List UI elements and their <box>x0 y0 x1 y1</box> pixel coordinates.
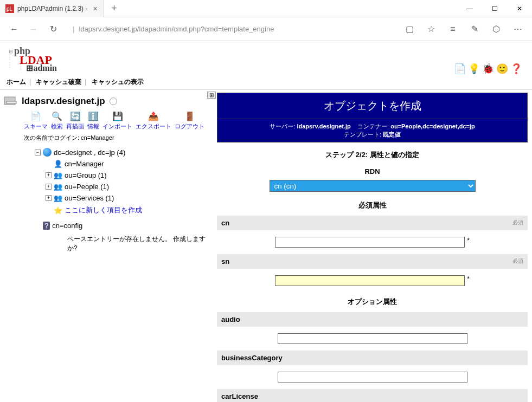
home-link[interactable]: ホーム <box>7 78 26 86</box>
window-controls: — ☐ ✕ <box>457 0 532 17</box>
server-title: ldapsrv.designet.jp <box>3 94 214 109</box>
server-icon <box>3 96 18 107</box>
favorite-icon[interactable]: ☆ <box>421 20 441 39</box>
svg-text:⊞admin: ⊞admin <box>26 63 57 72</box>
logout-button[interactable]: 🚪ログアウト <box>175 111 204 131</box>
refresh-button-sb[interactable]: 🔄再描画 <box>66 111 84 131</box>
page-title: オブジェクトを作成 <box>217 93 528 119</box>
tree-config[interactable]: ? cn=config <box>35 220 214 231</box>
minimize-button[interactable]: — <box>457 0 482 17</box>
close-button[interactable]: ✕ <box>507 0 532 17</box>
page-subtitle: サーバー: ldapsrv.designet.jp コンテナー: ou=Peop… <box>217 119 528 142</box>
cn-input[interactable] <box>275 237 465 248</box>
show-link[interactable]: キャッシュの表示 <box>92 78 144 86</box>
menu-icon[interactable]: ⋯ <box>508 20 528 39</box>
share-icon[interactable]: ⬡ <box>486 20 506 39</box>
tree-services[interactable]: + 👥 ou=Services (1) <box>35 192 214 204</box>
expand-icon[interactable]: + <box>46 195 52 201</box>
optional-section-label: オプション属性 <box>217 290 528 310</box>
svg-text:pL: pL <box>7 6 13 12</box>
import-button[interactable]: 💾インポート <box>102 111 132 131</box>
businesscategory-input[interactable] <box>278 372 467 382</box>
star-icon: ⭐ <box>54 206 62 215</box>
expand-sidebar-button[interactable]: ⊞ <box>207 92 216 99</box>
tree-root[interactable]: − dc=designet , dc=jp (4) <box>35 146 214 158</box>
new-tab-button[interactable]: + <box>104 3 125 14</box>
no-entry-prompt[interactable]: ベースエントリーが存在しません。 作成しますか? <box>3 231 214 253</box>
url-bar[interactable]: |ldapsrv.designet.jp/ldapadmin/cmd.php?c… <box>68 22 394 37</box>
back-button[interactable]: ← <box>4 20 24 39</box>
main-panel: オブジェクトを作成 サーバー: ldapsrv.designet.jp コンテナ… <box>217 90 532 402</box>
close-icon[interactable]: × <box>93 4 97 13</box>
expand-icon[interactable]: + <box>46 184 52 190</box>
sidebar: ⊞ ldapsrv.designet.jp 📄スキーマ 🔍検索 🔄再描画 ℹ️情… <box>0 90 217 402</box>
globe-icon <box>43 148 52 157</box>
login-info: 次の名前でログイン: cn=Manager <box>3 133 214 143</box>
ldap-tree: − dc=designet , dc=jp (4) 👤 cn=Manager +… <box>3 143 214 231</box>
attr-audio-header: audio <box>217 312 528 327</box>
sn-input[interactable] <box>275 275 465 286</box>
tree-group[interactable]: + 👥 ou=Group (1) <box>35 170 214 181</box>
step-label: ステップ 2/2: 属性と値の指定 <box>217 142 528 165</box>
person-icon: 👤 <box>54 160 62 168</box>
svg-rect-9 <box>7 101 16 103</box>
purge-link[interactable]: キャッシュ破棄 <box>36 78 81 86</box>
smile-icon[interactable]: 🙂 <box>496 63 508 75</box>
notes-icon[interactable]: ✎ <box>465 20 484 39</box>
browser-tab[interactable]: pL phpLDAPadmin (1.2.3) - × <box>0 0 104 17</box>
titlebar: pL phpLDAPadmin (1.2.3) - × + — ☐ ✕ <box>0 0 532 17</box>
tree-manager[interactable]: 👤 cn=Manager <box>35 158 214 170</box>
question-icon: ? <box>43 222 50 230</box>
forward-button[interactable]: → <box>24 20 43 39</box>
page-content: ⊟ php LDAP ⊞admin 📄 💡 🐞 🙂 ❓ ホーム| キャッシュ破棄… <box>0 41 532 402</box>
attr-cn-header: cn必須 <box>217 216 528 230</box>
help-icon[interactable]: 📄 <box>454 63 466 75</box>
top-icon-row: 📄 💡 🐞 🙂 ❓ <box>454 63 522 75</box>
reading-icon[interactable]: ▢ <box>400 20 419 39</box>
browser-navbar: ← → ↻ |ldapsrv.designet.jp/ldapadmin/cmd… <box>0 17 532 41</box>
schema-button[interactable]: 📄スキーマ <box>24 111 48 131</box>
favicon-icon: pL <box>5 4 14 13</box>
people-icon: 👥 <box>54 194 62 202</box>
attr-businesscat-header: businessCategory <box>217 351 528 365</box>
tree-people[interactable]: + 👥 ou=People (1) <box>35 181 214 192</box>
info-button[interactable]: ℹ️情報 <box>87 111 99 131</box>
bulb-icon[interactable]: 💡 <box>468 63 480 75</box>
attr-carlicense-header: carLicense <box>217 389 528 402</box>
search-button[interactable]: 🔍検索 <box>51 111 63 131</box>
app-logo: ⊟ php LDAP ⊞admin <box>0 41 532 75</box>
svg-text:⊟: ⊟ <box>9 49 13 54</box>
hub-icon[interactable]: ≡ <box>443 20 463 39</box>
tree-create-new[interactable]: ⭐ ここに新しく項目を作成 <box>35 204 214 217</box>
tab-title: phpLDAPadmin (1.2.3) - <box>17 5 87 12</box>
clock-icon[interactable] <box>110 98 117 105</box>
nav-links: ホーム| キャッシュ破棄| キャッシュの表示 <box>0 75 532 89</box>
required-section-label: 必須属性 <box>217 194 528 213</box>
collapse-icon[interactable]: − <box>35 150 41 155</box>
expand-icon[interactable]: + <box>46 172 52 178</box>
export-button[interactable]: 📤エクスポート <box>136 111 171 131</box>
people-icon: 👥 <box>54 183 62 191</box>
bug-icon[interactable]: 🐞 <box>482 63 494 75</box>
refresh-button[interactable]: ↻ <box>43 20 63 39</box>
audio-input[interactable] <box>278 333 467 344</box>
sidebar-toolbar: 📄スキーマ 🔍検索 🔄再描画 ℹ️情報 💾インポート 📤エクスポート 🚪ログアウ… <box>3 109 214 133</box>
maximize-button[interactable]: ☐ <box>482 0 507 17</box>
people-icon: 👥 <box>54 171 62 179</box>
rdn-label: RDN <box>217 165 528 178</box>
rdn-select[interactable]: cn (cn) <box>270 180 476 192</box>
attr-sn-header: sn必須 <box>217 254 528 269</box>
question-icon[interactable]: ❓ <box>510 63 522 75</box>
